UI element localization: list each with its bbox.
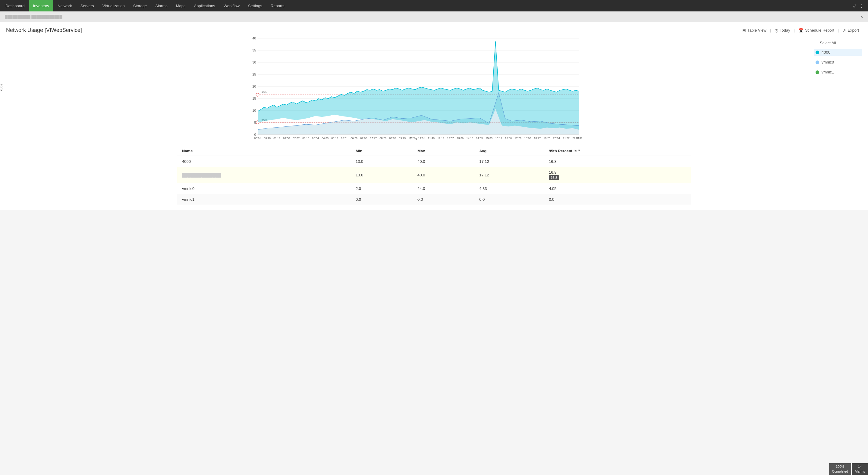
- close-button[interactable]: ×: [861, 14, 863, 20]
- svg-text:09:43: 09:43: [399, 137, 406, 140]
- chart-wrapper: kBps 40 35 30 25 20 15 10 5: [6, 38, 862, 140]
- svg-text:08:26: 08:26: [379, 137, 386, 140]
- select-all-checkbox[interactable]: [814, 41, 818, 45]
- svg-text:05:12: 05:12: [331, 137, 338, 140]
- legend-label-vmnic0: vmnic0: [822, 60, 834, 64]
- cell-min: 13.0: [351, 156, 412, 167]
- svg-text:14:15: 14:15: [466, 137, 473, 140]
- svg-text:00:40: 00:40: [264, 137, 271, 140]
- svg-text:02:37: 02:37: [293, 137, 300, 140]
- nav-maps[interactable]: Maps: [172, 0, 190, 11]
- svg-text:07:47: 07:47: [370, 137, 377, 140]
- cell-max: 40.0: [412, 167, 474, 183]
- separator-3: |: [838, 28, 839, 33]
- svg-text:18:08: 18:08: [524, 137, 531, 140]
- legend-label-4000: 4000: [822, 50, 830, 55]
- nav-reports[interactable]: Reports: [267, 0, 289, 11]
- legend-item-vmnic1[interactable]: vmnic1: [814, 69, 862, 75]
- svg-text:95th: 95th: [261, 91, 267, 94]
- svg-text:16:50: 16:50: [505, 137, 512, 140]
- svg-text:16:11: 16:11: [495, 137, 502, 140]
- cell-max: 24.0: [412, 183, 474, 194]
- col-name: Name: [177, 146, 351, 156]
- cell-name: 4000: [177, 156, 351, 167]
- svg-text:0: 0: [254, 133, 256, 136]
- table-view-label: Table View: [747, 28, 767, 33]
- nav-dashboard[interactable]: Dashboard: [1, 0, 29, 11]
- svg-text:03:54: 03:54: [312, 137, 319, 140]
- cell-min: 13.0: [351, 167, 412, 183]
- schedule-report-button[interactable]: 📅 Schedule Report: [795, 28, 837, 33]
- nav-alarms[interactable]: Alarms: [151, 0, 172, 11]
- legend-dot-vmnic0: [815, 61, 819, 64]
- expand-icon[interactable]: ⤢: [852, 3, 857, 9]
- today-button[interactable]: ◷ Today: [772, 28, 793, 33]
- cell-p95: 16.8: [544, 156, 691, 167]
- schedule-icon: 📅: [798, 28, 804, 33]
- schedule-report-label: Schedule Report: [805, 28, 834, 33]
- legend-item-vmnic0[interactable]: vmnic0: [814, 59, 862, 66]
- cell-max: 40.0: [412, 156, 474, 167]
- svg-text:11:01: 11:01: [418, 137, 425, 140]
- svg-text:05:51: 05:51: [341, 137, 348, 140]
- cell-p95: 4.05: [544, 183, 691, 194]
- cell-p95: 16.816.8: [544, 167, 691, 183]
- nav-storage[interactable]: Storage: [129, 0, 151, 11]
- svg-point-20: [256, 93, 259, 96]
- col-avg: Avg: [474, 146, 544, 156]
- svg-text:20: 20: [252, 84, 256, 88]
- export-button[interactable]: ↗ Export: [839, 28, 862, 33]
- breadcrumb: ██████████ ████████████: [5, 15, 62, 19]
- nav-applications[interactable]: Applications: [190, 0, 219, 11]
- export-label: Export: [847, 28, 859, 33]
- svg-text:09:05: 09:05: [389, 137, 396, 140]
- nav-inventory[interactable]: Inventory: [29, 0, 53, 11]
- cell-avg: 4.33: [474, 183, 544, 194]
- svg-text:06:29: 06:29: [350, 137, 358, 140]
- svg-text:5: 5: [254, 121, 256, 124]
- table-view-button[interactable]: ⊞ Table View: [739, 28, 770, 33]
- svg-text:10: 10: [252, 109, 256, 112]
- svg-text:11:40: 11:40: [428, 137, 435, 140]
- svg-text:15: 15: [252, 97, 256, 100]
- breadcrumb-bar: ██████████ ████████████ ×: [0, 11, 868, 22]
- nav-virtualization[interactable]: Virtualization: [98, 0, 129, 11]
- cell-avg: 17.12: [474, 167, 544, 183]
- y-axis-label: kBps: [0, 84, 3, 91]
- cell-name: vmnic1: [177, 194, 351, 205]
- legend-panel: Select All 4000 vmnic0 vmnic1: [814, 38, 862, 140]
- col-max: Max: [412, 146, 474, 156]
- chart-svg: 40 35 30 25 20 15 10 5 0 95th 95th: [18, 38, 809, 135]
- report-actions: ⊞ Table View | ◷ Today | 📅 Schedule Repo…: [739, 28, 862, 33]
- svg-text:07:08: 07:08: [360, 137, 367, 140]
- table-row: vmnic02.024.04.334.05: [177, 183, 691, 194]
- cell-p95: 0.0: [544, 194, 691, 205]
- export-icon: ↗: [842, 28, 846, 33]
- legend-dot-vmnic1: [815, 70, 819, 74]
- legend-label-vmnic1: vmnic1: [822, 70, 834, 74]
- table-header-row: Name Min Max Avg 95th Percentile ?: [177, 146, 691, 156]
- nav-settings[interactable]: Settings: [244, 0, 267, 11]
- svg-text:03:15: 03:15: [302, 137, 309, 140]
- nav-network[interactable]: Network: [53, 0, 76, 11]
- clock-icon: ◷: [775, 28, 778, 33]
- svg-text:20:04: 20:04: [553, 137, 560, 140]
- nav-servers[interactable]: Servers: [76, 0, 98, 11]
- nav-workflow[interactable]: Workflow: [219, 0, 244, 11]
- legend-select-all[interactable]: Select All: [814, 41, 862, 45]
- svg-text:19:25: 19:25: [544, 137, 550, 140]
- legend-item-4000[interactable]: 4000: [814, 49, 862, 56]
- svg-text:30: 30: [252, 61, 256, 64]
- svg-text:25: 25: [252, 72, 256, 76]
- svg-text:40: 40: [252, 36, 256, 40]
- svg-text:18:47: 18:47: [534, 137, 541, 140]
- table-row: 400013.040.017.1216.8: [177, 156, 691, 167]
- data-table: Name Min Max Avg 95th Percentile ? 40001…: [177, 146, 691, 205]
- svg-text:14:55: 14:55: [476, 137, 483, 140]
- svg-text:17:29: 17:29: [515, 137, 521, 140]
- table-row: ██████████████13.040.017.1216.816.8: [177, 167, 691, 183]
- svg-text:12:19: 12:19: [437, 137, 444, 140]
- svg-text:35: 35: [252, 48, 256, 52]
- more-icon[interactable]: ⋮: [859, 3, 864, 9]
- col-min: Min: [351, 146, 412, 156]
